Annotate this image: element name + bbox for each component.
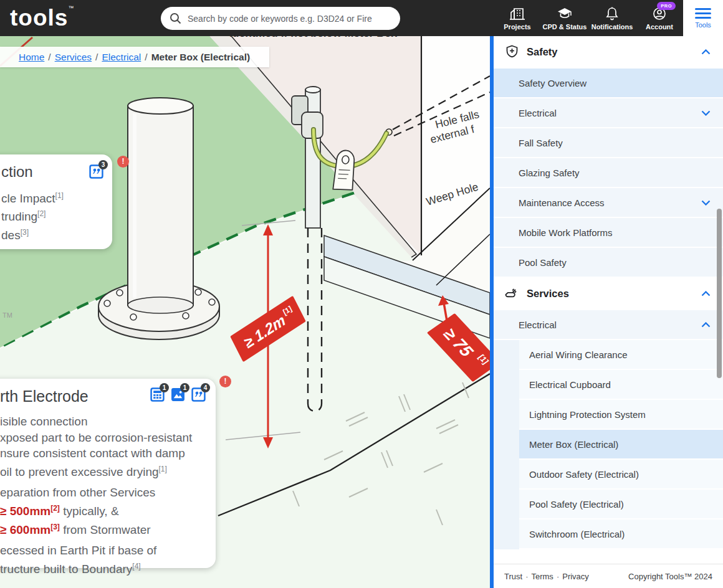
item-label: Mobile Work Platforms <box>519 227 711 238</box>
item-label: Meter Box (Electrical) <box>529 439 618 450</box>
quote-icon[interactable]: 4 <box>191 387 206 402</box>
nav-account[interactable]: PRO Account <box>636 0 683 36</box>
callout-line: eparation from other Services <box>0 485 208 501</box>
sidebar-item-pool-safety[interactable]: Pool Safety <box>494 248 723 278</box>
footer-copyright: Copyright Tools™ 2024 <box>628 572 712 581</box>
sidebar-subitem-pool-safety-electrical[interactable]: Pool Safety (Electrical) <box>519 490 723 519</box>
hamburger-icon <box>695 8 711 19</box>
sidebar-section-safety[interactable]: Safety <box>494 36 723 69</box>
sidebar-subitem-lightning-protection-system[interactable]: Lightning Protection System <box>519 400 723 430</box>
graduation-cap-icon <box>557 6 573 21</box>
tools-tab-label: Tools <box>695 21 711 29</box>
sidebar: Safety Safety Overview Electrical Fall S… <box>494 36 723 588</box>
app-window: tools™ Projects CPD & Status Notificatio… <box>0 0 723 588</box>
item-label: Electrical <box>519 108 701 118</box>
breadcrumb: Home/Services/Electrical/Meter Box (Elec… <box>0 47 269 67</box>
callout-protection[interactable]: ction 3 cle Impact[1] truding[2] des[3] <box>0 154 112 249</box>
sidebar-item-maintenance-access[interactable]: Maintenance Access <box>494 188 723 218</box>
sidebar-item-mobile-work-platforms[interactable]: Mobile Work Platforms <box>494 218 723 248</box>
footer-terms-link[interactable]: Terms <box>531 572 553 581</box>
image-icon[interactable]: 1 <box>171 387 185 402</box>
nav-cpd-label: CPD & Status <box>543 23 587 31</box>
footer-trust-link[interactable]: Trust <box>504 572 522 581</box>
item-label: Switchroom (Electrical) <box>529 529 625 539</box>
alert-icon[interactable]: ! <box>219 376 231 387</box>
item-label: Fall Safety <box>519 138 711 148</box>
plug-icon <box>505 287 519 300</box>
item-label: Electrical Cupboard <box>529 379 611 390</box>
breadcrumb-home-link[interactable]: Home <box>19 52 44 62</box>
sidebar-subitem-meter-box-electrical[interactable]: Meter Box (Electrical) <box>519 430 723 460</box>
image-count-badge: 1 <box>180 383 189 392</box>
sidebar-divider <box>490 36 494 588</box>
footer-privacy-link[interactable]: Privacy <box>562 572 589 581</box>
callout-line: truding[2] <box>1 206 106 224</box>
sidebar-subitem-aerial-wiring-clearance[interactable]: Aerial Wiring Clearance <box>519 340 723 370</box>
footer-separator: · <box>522 572 531 581</box>
callout-line: oil to prevent excessive drying[1] <box>0 462 208 480</box>
sidebar-item-fall-safety[interactable]: Fall Safety <box>494 128 723 158</box>
sidebar-item-glazing-safety[interactable]: Glazing Safety <box>494 158 723 188</box>
sidebar-section-services[interactable]: Services <box>494 278 723 310</box>
quote-count-badge: 3 <box>98 160 108 169</box>
callout-line: nsure consistent contact with damp <box>0 445 208 462</box>
callout-line: ecessed in Earth Pit if base of <box>0 543 208 559</box>
tm-watermark: TM <box>2 311 12 319</box>
sidebar-item-electrical-services[interactable]: Electrical <box>494 310 723 340</box>
breadcrumb-electrical-link[interactable]: Electrical <box>102 52 141 62</box>
breadcrumb-separator: / <box>92 52 102 62</box>
chevron-down-icon[interactable] <box>701 200 711 206</box>
sidebar-subitem-switchroom-electrical[interactable]: Switchroom (Electrical) <box>519 519 723 549</box>
callout-line: xposed part to be corrosion-resistant <box>0 430 208 446</box>
item-label: Glazing Safety <box>519 168 711 178</box>
breadcrumb-separator: / <box>44 52 54 62</box>
shield-plus-icon <box>505 45 519 59</box>
item-label: Lightning Protection System <box>529 409 646 420</box>
breadcrumb-services-link[interactable]: Services <box>55 52 92 62</box>
pro-badge: PRO <box>657 2 676 10</box>
search-bar[interactable] <box>161 7 400 30</box>
chevron-up-icon[interactable] <box>701 49 711 55</box>
sidebar-subitem-outdoor-safety-electrical[interactable]: Outdoor Safety (Electrical) <box>519 460 723 490</box>
callout-line: ≥ 600mm[3] from Stormwater <box>0 519 208 538</box>
tools-menu-tab[interactable]: Tools <box>683 0 723 36</box>
bell-icon <box>605 6 620 21</box>
alert-icon[interactable]: ! <box>117 156 129 168</box>
chevron-up-icon[interactable] <box>701 322 711 328</box>
section-title-safety: Safety <box>527 46 701 58</box>
calculator-icon[interactable]: 1 <box>150 387 165 402</box>
nav-notifications[interactable]: Notifications <box>588 0 636 36</box>
chevron-up-icon[interactable] <box>701 291 711 296</box>
search-icon <box>170 12 181 24</box>
projects-icon <box>509 6 525 21</box>
search-input[interactable] <box>188 14 391 24</box>
item-label: Outdoor Safety (Electrical) <box>529 469 639 480</box>
sidebar-item-electrical-safety[interactable]: Electrical <box>494 98 723 128</box>
diagram-canvas: 2 tools Hole falls external <box>0 36 490 588</box>
nav-account-label: Account <box>646 23 673 31</box>
sidebar-subgroup-electrical: Aerial Wiring Clearance Electrical Cupbo… <box>494 340 723 549</box>
sidebar-subitem-electrical-cupboard[interactable]: Electrical Cupboard <box>519 370 723 400</box>
sidebar-scrollbar-thumb[interactable] <box>717 209 722 378</box>
nav-cpd-status[interactable]: CPD & Status <box>541 0 588 36</box>
quote-count-badge: 4 <box>201 383 210 392</box>
nav-projects[interactable]: Projects <box>494 0 541 36</box>
callout-line: isible connection <box>0 414 208 430</box>
sidebar-scroll-area[interactable]: Safety Safety Overview Electrical Fall S… <box>494 36 723 564</box>
chevron-down-icon[interactable] <box>701 110 711 116</box>
nav-notifications-label: Notifications <box>591 23 633 31</box>
callout-earth-electrode[interactable]: rth Electrode 1 1 4 isible connection xp… <box>0 379 216 568</box>
logo-text: tools <box>10 5 68 31</box>
callout-line: des[3] <box>1 225 106 243</box>
tools-logo[interactable]: tools™ <box>10 5 74 31</box>
sidebar-footer: Trust·Terms·Privacy Copyright Tools™ 202… <box>494 564 723 588</box>
item-label: Safety Overview <box>519 78 711 88</box>
quote-icon[interactable]: 3 <box>89 164 103 179</box>
callout-line: cle Impact[1] <box>1 188 106 206</box>
sidebar-item-safety-overview[interactable]: Safety Overview <box>494 69 723 98</box>
calculator-count-badge: 1 <box>160 383 169 392</box>
item-label: Maintenance Access <box>519 197 701 208</box>
breadcrumb-separator: / <box>141 52 151 62</box>
nav-projects-label: Projects <box>504 23 530 31</box>
item-label: Electrical <box>519 320 701 330</box>
